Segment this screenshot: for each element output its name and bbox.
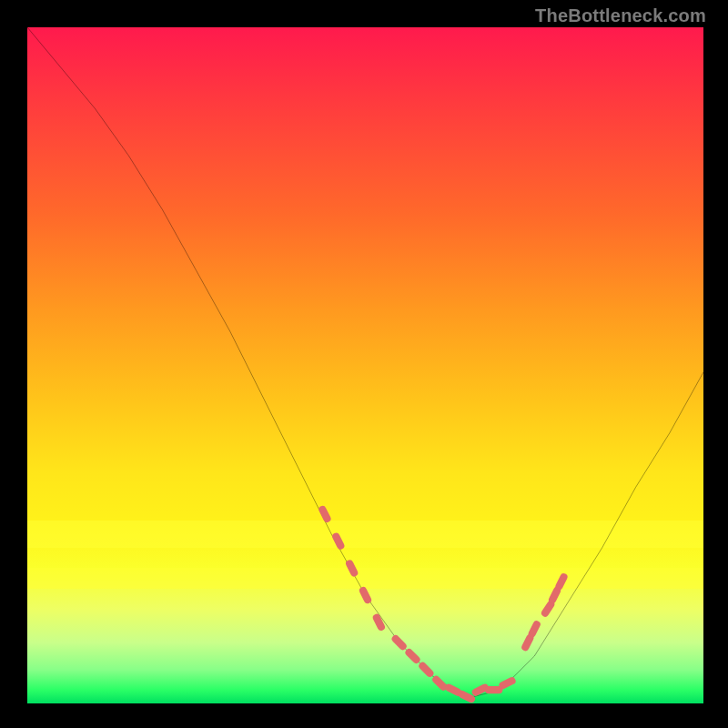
- curve-marker: [390, 633, 408, 651]
- chart-stage: TheBottleneck.com: [0, 0, 728, 728]
- curve-marker: [331, 531, 346, 551]
- curve-marker: [418, 661, 435, 678]
- curve-marker: [527, 620, 541, 639]
- curve-marker: [404, 647, 421, 664]
- marker-group: [318, 504, 569, 703]
- plot-area: [27, 27, 703, 703]
- curve-marker: [498, 676, 517, 691]
- curve-marker: [554, 572, 569, 592]
- curve-marker: [359, 586, 373, 605]
- curve-layer: [27, 27, 703, 703]
- curve-marker: [318, 504, 332, 523]
- curve-marker: [371, 612, 386, 632]
- curve-marker: [345, 559, 359, 578]
- watermark-text: TheBottleneck.com: [535, 5, 706, 26]
